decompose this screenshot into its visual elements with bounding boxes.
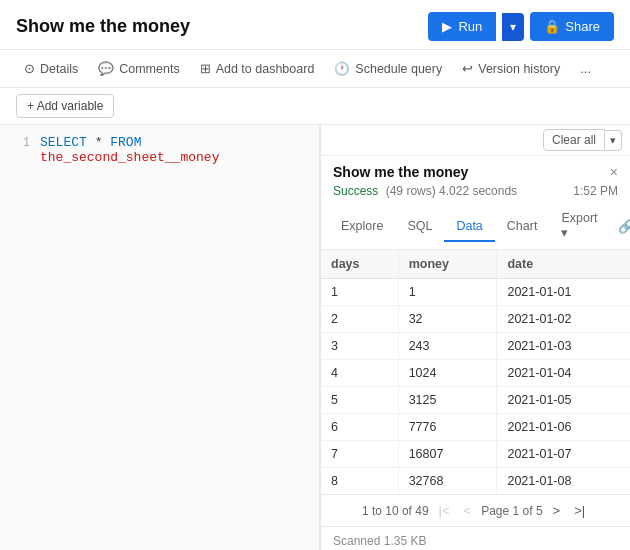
clear-all-button[interactable]: Clear all xyxy=(543,129,605,151)
table-cell: 1 xyxy=(398,279,497,306)
status-success: Success xyxy=(333,184,378,198)
table-cell: 2021-01-05 xyxy=(497,387,630,414)
table-cell: 5 xyxy=(321,387,398,414)
code-content: SELECT * FROM the_second_sheet__money xyxy=(40,135,305,165)
table-cell: 2021-01-08 xyxy=(497,468,630,495)
table-cell: 32 xyxy=(398,306,497,333)
tab-chart[interactable]: Chart xyxy=(495,212,550,242)
keyword-select: SELECT xyxy=(40,135,87,150)
page-header: Show me the money Run ▾ 🔒 Share xyxy=(0,0,630,50)
results-header: Show me the money × xyxy=(321,156,630,184)
line-number: 1 xyxy=(14,135,30,150)
table-row: 112021-01-01 xyxy=(321,279,630,306)
results-status: Success (49 rows) 4.022 seconds 1:52 PM xyxy=(321,184,630,204)
table-cell: 32768 xyxy=(398,468,497,495)
link-icon[interactable]: 🔗 xyxy=(610,212,630,241)
col-days: days xyxy=(321,250,398,279)
toolbar-comments[interactable]: 💬 Comments xyxy=(90,56,187,81)
table-row: 7168072021-01-07 xyxy=(321,441,630,468)
table-cell: 2021-01-07 xyxy=(497,441,630,468)
tab-explore[interactable]: Explore xyxy=(329,212,395,242)
pagination: 1 to 10 of 49 |< < Page 1 of 5 > >| xyxy=(321,494,630,526)
run-dropdown-button[interactable]: ▾ xyxy=(502,13,524,41)
editor-line: 1 SELECT * FROM the_second_sheet__money xyxy=(14,135,305,165)
table-cell: 2021-01-03 xyxy=(497,333,630,360)
table-cell: 2 xyxy=(321,306,398,333)
results-time: 1:52 PM xyxy=(573,184,618,198)
table-cell: 1 xyxy=(321,279,398,306)
comments-icon: 💬 xyxy=(98,61,114,76)
first-page-button[interactable]: |< xyxy=(435,501,454,520)
col-money: money xyxy=(398,250,497,279)
page-title: Show me the money xyxy=(16,16,190,37)
toolbar: ⊙ Details 💬 Comments ⊞ Add to dashboard … xyxy=(0,50,630,88)
schedule-icon: 🕐 xyxy=(334,61,350,76)
table-row: 677762021-01-06 xyxy=(321,414,630,441)
main-content: 1 SELECT * FROM the_second_sheet__money … xyxy=(0,125,630,550)
scanned-info: Scanned 1.35 KB xyxy=(333,534,426,548)
history-icon: ↩ xyxy=(462,61,473,76)
table-row: 2322021-01-02 xyxy=(321,306,630,333)
status-meta: (49 rows) 4.022 seconds xyxy=(386,184,517,198)
table-name: the_second_sheet__money xyxy=(40,150,219,165)
table-cell: 1024 xyxy=(398,360,497,387)
table-cell: 4 xyxy=(321,360,398,387)
tab-export[interactable]: Export ▾ xyxy=(549,204,609,249)
table-header-row: days money date xyxy=(321,250,630,279)
results-title: Show me the money xyxy=(333,164,468,180)
table-cell: 2021-01-06 xyxy=(497,414,630,441)
toolbar-details[interactable]: ⊙ Details xyxy=(16,56,86,81)
pagination-info: 1 to 10 of 49 xyxy=(362,504,429,518)
results-footer: Scanned 1.35 KB xyxy=(321,526,630,550)
result-tabs: Explore SQL Data Chart Export ▾ 🔗 xyxy=(321,204,630,250)
col-date: date xyxy=(497,250,630,279)
results-close-button[interactable]: × xyxy=(610,164,618,180)
table-row: 410242021-01-04 xyxy=(321,360,630,387)
clear-all-dropdown[interactable]: ▾ xyxy=(605,130,622,151)
run-button[interactable]: Run xyxy=(428,12,496,41)
dashboard-icon: ⊞ xyxy=(200,61,211,76)
results-table: days money date 112021-01-012322021-01-0… xyxy=(321,250,630,494)
prev-page-button[interactable]: < xyxy=(460,501,476,520)
clear-bar: Clear all ▾ xyxy=(321,125,630,156)
header-actions: Run ▾ 🔒 Share xyxy=(428,12,614,41)
details-icon: ⊙ xyxy=(24,61,35,76)
table-cell: 16807 xyxy=(398,441,497,468)
keyword-from: FROM xyxy=(110,135,141,150)
table-cell: 243 xyxy=(398,333,497,360)
tab-data[interactable]: Data xyxy=(444,212,494,242)
table-row: 8327682021-01-08 xyxy=(321,468,630,495)
lock-icon: 🔒 xyxy=(544,19,560,34)
table-cell: 7 xyxy=(321,441,398,468)
results-panel: Clear all ▾ Show me the money × Success … xyxy=(320,125,630,550)
toolbar-add-dashboard[interactable]: ⊞ Add to dashboard xyxy=(192,56,323,81)
table-cell: 7776 xyxy=(398,414,497,441)
next-page-button[interactable]: > xyxy=(549,501,565,520)
table-cell: 6 xyxy=(321,414,398,441)
table-cell: 2021-01-04 xyxy=(497,360,630,387)
table-row: 32432021-01-03 xyxy=(321,333,630,360)
table-cell: 2021-01-01 xyxy=(497,279,630,306)
toolbar-version[interactable]: ↩ Version history xyxy=(454,56,568,81)
last-page-button[interactable]: >| xyxy=(570,501,589,520)
play-icon xyxy=(442,19,452,34)
share-button[interactable]: 🔒 Share xyxy=(530,12,614,41)
table-cell: 3125 xyxy=(398,387,497,414)
variable-bar: + Add variable xyxy=(0,88,630,125)
table-cell: 2021-01-02 xyxy=(497,306,630,333)
data-table: days money date 112021-01-012322021-01-0… xyxy=(321,250,630,494)
table-cell: 3 xyxy=(321,333,398,360)
table-row: 531252021-01-05 xyxy=(321,387,630,414)
tab-sql[interactable]: SQL xyxy=(395,212,444,242)
toolbar-more[interactable]: ... xyxy=(572,56,599,81)
page-info: Page 1 of 5 xyxy=(481,504,542,518)
table-cell: 8 xyxy=(321,468,398,495)
add-variable-button[interactable]: + Add variable xyxy=(16,94,114,118)
sql-editor[interactable]: 1 SELECT * FROM the_second_sheet__money xyxy=(0,125,320,550)
toolbar-schedule[interactable]: 🕐 Schedule query xyxy=(326,56,450,81)
